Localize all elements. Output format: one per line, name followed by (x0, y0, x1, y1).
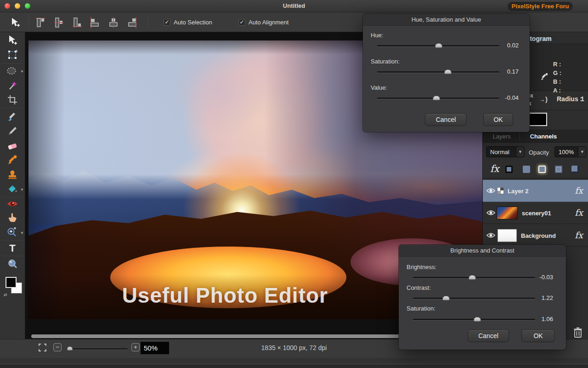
cancel-button[interactable]: Cancel (468, 329, 509, 342)
layer-fx-icon[interactable]: fx (575, 230, 583, 240)
align-left-icon[interactable] (89, 16, 100, 29)
blue-channel-label: B : (553, 78, 561, 85)
bc-saturation-value: 1.06 (542, 316, 553, 322)
layer-name: scenery01 (522, 210, 551, 217)
hue-value: 0.02 (507, 42, 519, 49)
layer-thumbnail[interactable] (497, 207, 518, 219)
align-bottom-icon[interactable] (72, 16, 83, 29)
bc-saturation-slider[interactable] (413, 319, 535, 320)
swap-colors-icon[interactable]: ⇄ (4, 293, 7, 297)
bc-saturation-slider-thumb[interactable] (474, 317, 481, 322)
layer-style-row: fx (483, 161, 588, 178)
radius-label: Radius : (557, 95, 582, 103)
visibility-eye-icon[interactable] (486, 209, 495, 218)
ok-button[interactable]: OK (521, 329, 555, 342)
saturation-slider-thumb[interactable] (444, 69, 452, 74)
layer-style-swatch-3[interactable] (538, 166, 546, 173)
foreground-color-swatch[interactable] (6, 277, 17, 288)
value-slider-thumb[interactable] (433, 96, 440, 100)
magnifier-tool[interactable] (4, 258, 21, 270)
opacity-label: Opacity (529, 149, 549, 156)
chevron-down-icon: ▼ (20, 188, 24, 192)
ellipse-select-tool[interactable]: ▼ (4, 65, 21, 77)
layer-style-swatch-1[interactable] (505, 166, 513, 173)
text-tool[interactable]: T (4, 242, 21, 254)
layer-style-swatch-2[interactable] (523, 166, 530, 173)
move-tool-toolbar-icon[interactable] (9, 17, 21, 30)
layer-fx-icon[interactable]: fx (575, 185, 583, 196)
red-eye-tool[interactable] (4, 198, 21, 210)
auto-alignment-checkbox[interactable]: ✓ Auto Alignment (238, 18, 288, 26)
visibility-eye-icon[interactable] (486, 232, 495, 241)
arrow-curve-icon: →) (539, 95, 548, 103)
contrast-slider[interactable] (413, 298, 535, 299)
eraser-tool[interactable] (4, 140, 21, 152)
zoom-in-tool[interactable]: ▼ (4, 226, 21, 238)
layer-row-layer2[interactable]: Layer 2 fx (483, 180, 588, 202)
pencil-tool[interactable] (4, 125, 21, 137)
saturation-slider[interactable] (377, 71, 499, 73)
opacity-value: 100% (555, 149, 578, 155)
brightness-slider[interactable] (413, 277, 535, 278)
ok-button[interactable]: OK (483, 113, 513, 126)
value-slider[interactable] (377, 98, 499, 99)
auto-selection-checkbox[interactable]: ✓ Auto Selection (164, 18, 212, 26)
align-middle-icon[interactable] (53, 16, 64, 29)
tab-divider (520, 132, 520, 141)
brush-tool[interactable] (4, 110, 21, 122)
align-top-icon[interactable] (35, 16, 46, 29)
tool-separator (2, 108, 23, 108)
chevron-down-icon[interactable]: ▼ (516, 147, 524, 157)
layers-channels-tabs: Layers Channels (483, 130, 588, 143)
checkbox-check-icon[interactable]: ✓ (164, 19, 170, 26)
app-badge[interactable]: PixelStyle Free Foru (508, 2, 573, 11)
radius-value[interactable]: 1 (581, 95, 584, 103)
value-value: -0.04 (505, 94, 519, 101)
auto-alignment-label: Auto Alignment (249, 19, 288, 26)
paint-bucket-tool[interactable]: ▼ (4, 183, 21, 195)
layer-thumbnail[interactable] (498, 229, 517, 242)
tab-channels[interactable]: Channels (525, 130, 562, 143)
fx-label[interactable]: fx (490, 163, 499, 174)
hue-slider-thumb[interactable] (435, 43, 442, 48)
crop-tool[interactable] (4, 94, 21, 106)
blend-mode-dropdown[interactable]: Normal ▼ (486, 146, 525, 157)
layer-fx-icon[interactable]: fx (575, 207, 583, 218)
tool-separator (2, 197, 23, 197)
transform-tool[interactable] (4, 48, 21, 60)
cancel-button[interactable]: Cancel (425, 113, 467, 126)
pixelstyle-window: Untitled PixelStyle Free Foru (0, 0, 588, 368)
auto-selection-label: Auto Selection (174, 19, 212, 26)
layer-name: Layer 2 (508, 188, 529, 195)
brightness-contrast-dialog: Brightness and Contrast Brightness: -0.0… (399, 245, 566, 350)
window-footer (0, 358, 588, 368)
clone-stamp-tool[interactable] (4, 168, 21, 180)
checkbox-check-icon[interactable]: ✓ (238, 19, 245, 26)
green-channel-label: G : (553, 69, 561, 76)
tab-layers[interactable]: Layers (487, 130, 516, 143)
opacity-dropdown[interactable]: 100% ▼ (554, 146, 587, 157)
hsv-dialog: Hue, Saturation and Value Hue: 0.02 Satu… (363, 14, 530, 132)
delete-layer-trash-icon[interactable] (573, 327, 582, 340)
layer-row-scenery01[interactable]: scenery01 fx (483, 202, 588, 224)
bc-dialog-title[interactable]: Brightness and Contrast (399, 245, 566, 257)
brightness-slider-thumb[interactable] (469, 275, 476, 280)
contrast-slider-thumb[interactable] (442, 296, 450, 300)
move-tool[interactable] (4, 34, 21, 46)
hue-slider[interactable] (377, 45, 499, 46)
layer-style-swatch-4[interactable] (555, 166, 562, 173)
layer-name: Background (521, 232, 556, 239)
hsv-dialog-title[interactable]: Hue, Saturation and Value (363, 14, 530, 26)
layer-row-background[interactable]: Background fx (483, 224, 588, 247)
align-right-icon[interactable] (127, 16, 138, 29)
visibility-eye-icon[interactable] (486, 187, 495, 196)
magic-wand-tool[interactable] (4, 80, 21, 92)
hand-tool[interactable] (4, 212, 21, 224)
layer-style-swatch-5[interactable] (571, 166, 579, 173)
blend-options-row: Normal ▼ Opacity 100% ▼ (483, 143, 588, 161)
chevron-down-icon[interactable]: ▼ (578, 147, 586, 157)
eyedropper-tool[interactable] (4, 154, 21, 166)
align-center-icon[interactable] (108, 16, 119, 29)
tool-separator (2, 240, 23, 241)
layer-thumbnail[interactable] (497, 187, 504, 194)
